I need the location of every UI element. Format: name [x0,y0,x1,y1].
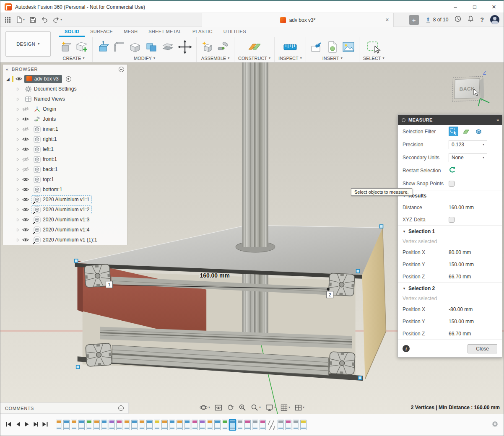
measure-dialog-header[interactable]: MEASURE » [398,115,502,125]
new-tab-button[interactable]: + [409,15,419,25]
group-inspect-label[interactable]: INSPECT [278,56,299,61]
fillet-button[interactable] [113,41,125,53]
insert-canvas-button[interactable] [342,41,355,53]
visibility-toggle-icon[interactable] [22,217,29,222]
browser-item-back-1[interactable]: back:1 [3,164,127,174]
timeline-feature-5[interactable] [86,420,92,430]
help-icon[interactable]: ? [480,16,484,23]
create-sketch-button[interactable] [75,40,88,54]
timeline-feature-26[interactable] [244,420,251,430]
expand-arrow-icon[interactable] [16,228,20,232]
visibility-toggle-icon[interactable] [22,137,29,142]
group-select-label[interactable]: SELECT [363,56,381,61]
visibility-toggle-icon[interactable] [22,177,29,182]
timeline-feature-15[interactable] [161,420,168,430]
activate-component-icon[interactable] [66,76,71,82]
viewcube[interactable]: Z BACK [449,69,496,113]
browser-item-2020-aluminium-v1-1[interactable]: 2020 Aluminium v1:1 [3,195,127,205]
expand-arrow-icon[interactable] [16,218,20,222]
expand-arrow-icon[interactable] [16,137,20,142]
visibility-toggle-icon[interactable] [22,227,29,232]
pan-button[interactable] [227,404,234,411]
grid-settings-button[interactable]: ▾ [281,404,290,411]
visibility-toggle-icon[interactable] [16,76,22,81]
selection2-section-header[interactable]: ▼ Selection 2 [398,283,502,294]
expand-arrow-icon[interactable]: ◢ [6,77,10,81]
joint-button[interactable] [217,40,230,54]
timeline-track[interactable] [56,420,491,430]
visibility-toggle-icon[interactable] [22,167,29,172]
timeline-feature-7[interactable] [101,420,107,430]
insert-derive-button[interactable] [326,40,339,54]
tab-sheet-metal[interactable]: SHEET METAL [143,27,187,37]
new-component-button[interactable] [200,40,214,54]
press-pull-button[interactable] [96,40,110,54]
timeline-feature-21[interactable] [207,420,213,430]
timeline-feature-12[interactable] [139,420,145,430]
timeline-feature-30[interactable] [278,420,284,430]
maximize-button[interactable]: □ [465,1,484,13]
3d-viewport[interactable]: 1 2 160.00 mm « BROWSER [0,62,504,414]
expand-arrow-icon[interactable] [16,97,20,101]
undo-button[interactable] [41,17,48,23]
group-modify-label[interactable]: MODIFY [134,56,152,61]
viewports-button[interactable]: ▾ [295,405,304,411]
timeline-feature-9[interactable] [116,420,122,430]
timeline-feature-27[interactable] [252,420,258,430]
timeline-feature-14[interactable] [154,420,160,430]
browser-item-2020-aluminium-v1-3[interactable]: 2020 Aluminium v1:3 [3,215,127,225]
document-tab[interactable]: adv box v3* ✕ [202,13,394,27]
filter-select-face-button[interactable] [461,127,471,136]
browser-item-top-1[interactable]: top:1 [3,174,127,184]
zoom-button[interactable] [239,404,246,411]
app-grid-icon[interactable] [5,17,11,23]
tab-solid[interactable]: SOLID [59,27,85,37]
timeline-feature-25[interactable] [237,420,243,430]
timeline-feature-16[interactable] [169,420,175,430]
expand-arrow-icon[interactable] [16,127,20,132]
section-collapse-icon[interactable]: ▼ [403,230,406,234]
display-settings-button[interactable]: ▾ [265,404,276,411]
timeline-feature-3[interactable] [71,420,77,430]
document-tab-close-icon[interactable]: ✕ [385,17,389,23]
look-at-button[interactable] [215,404,222,411]
timeline-feature-22[interactable] [214,420,221,430]
timeline-feature-18[interactable] [184,420,190,430]
visibility-toggle-icon[interactable] [22,117,29,122]
expand-arrow-icon[interactable] [16,157,20,162]
results-section-header[interactable]: ▼ Results [398,190,502,201]
close-button[interactable]: ✕ [484,1,504,13]
add-comment-icon[interactable] [118,405,124,411]
timeline-feature-11[interactable] [131,420,138,430]
play-button[interactable] [24,421,29,429]
timeline-feature-19[interactable] [192,420,198,430]
select-button[interactable] [366,40,381,54]
inner-panel-edge[interactable] [78,261,83,312]
section-collapse-icon[interactable]: ▼ [403,287,406,291]
extrusion-xsec-bottom-left[interactable] [86,343,112,366]
browser-item-joints[interactable]: Joints [3,114,127,124]
go-to-start-button[interactable] [5,421,12,429]
timeline-feature-6[interactable] [94,420,100,430]
group-insert-label[interactable]: INSERT [322,56,339,61]
visibility-toggle-icon[interactable] [22,147,29,152]
shell-button[interactable] [128,40,142,54]
timeline-feature-10[interactable] [124,420,130,430]
timeline-feature-24[interactable] [229,420,236,430]
browser-item-2020-aluminium-v1-2[interactable]: 2020 Aluminium v1:2 [3,205,127,215]
tab-mesh[interactable]: MESH [118,27,143,37]
collapse-panel-icon[interactable]: « [6,67,9,72]
minimize-button[interactable]: – [446,1,465,13]
filter-select-any-button[interactable] [449,127,458,136]
timeline-feature-8[interactable] [109,420,115,430]
browser-item-right-1[interactable]: right:1 [3,134,127,144]
fit-button[interactable]: ▾ [251,404,261,411]
measure-button[interactable] [283,41,297,53]
browser-item-inner-1[interactable]: inner:1 [3,124,127,134]
comments-bar[interactable]: COMMENTS [0,402,129,414]
combine-button[interactable] [145,40,158,54]
precision-select[interactable]: 0.123 ▾ [449,140,487,149]
move-copy-button[interactable] [177,39,192,54]
timeline-rollback-marker[interactable] [268,420,275,430]
timeline-feature-17[interactable] [177,420,183,430]
